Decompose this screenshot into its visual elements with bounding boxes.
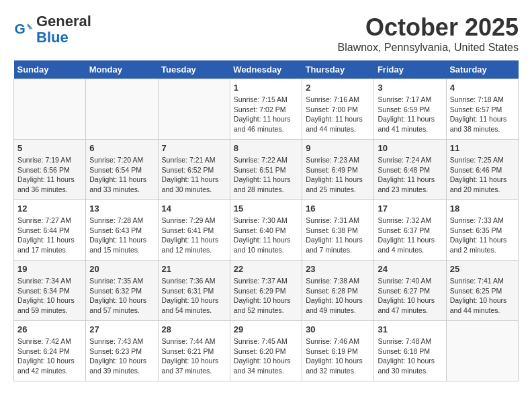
- calendar-cell: 2Sunrise: 7:16 AM Sunset: 7:00 PM Daylig…: [302, 79, 374, 140]
- day-info: Sunrise: 7:23 AM Sunset: 6:49 PM Dayligh…: [306, 155, 370, 195]
- day-header-tuesday: Tuesday: [158, 60, 230, 79]
- page-header: G General Blue October 2025 Blawnox, Pen…: [13, 13, 519, 54]
- day-number: 18: [450, 203, 515, 214]
- location: Blawnox, Pennsylvania, United States: [338, 42, 519, 54]
- day-number: 23: [306, 264, 370, 274]
- day-info: Sunrise: 7:34 AM Sunset: 6:34 PM Dayligh…: [17, 276, 82, 316]
- day-info: Sunrise: 7:46 AM Sunset: 6:19 PM Dayligh…: [306, 336, 370, 376]
- calendar-cell: 6Sunrise: 7:20 AM Sunset: 6:54 PM Daylig…: [86, 140, 158, 200]
- day-number: 31: [378, 324, 442, 334]
- day-number: 9: [306, 143, 370, 153]
- calendar-table: SundayMondayTuesdayWednesdayThursdayFrid…: [13, 60, 519, 381]
- day-number: 7: [162, 143, 226, 153]
- day-number: 28: [162, 324, 226, 334]
- day-info: Sunrise: 7:25 AM Sunset: 6:46 PM Dayligh…: [450, 155, 515, 195]
- day-number: 11: [450, 143, 515, 153]
- calendar-cell: 11Sunrise: 7:25 AM Sunset: 6:46 PM Dayli…: [446, 140, 518, 200]
- title-block: October 2025 Blawnox, Pennsylvania, Unit…: [338, 13, 519, 54]
- day-info: Sunrise: 7:20 AM Sunset: 6:54 PM Dayligh…: [89, 155, 154, 195]
- day-info: Sunrise: 7:19 AM Sunset: 6:56 PM Dayligh…: [17, 155, 82, 195]
- calendar-cell: 24Sunrise: 7:40 AM Sunset: 6:27 PM Dayli…: [374, 261, 446, 321]
- day-number: 3: [378, 83, 442, 93]
- logo: G General Blue: [13, 13, 91, 46]
- calendar-cell: 12Sunrise: 7:27 AM Sunset: 6:44 PM Dayli…: [14, 200, 86, 261]
- day-info: Sunrise: 7:36 AM Sunset: 6:31 PM Dayligh…: [162, 276, 226, 316]
- day-number: 8: [234, 143, 298, 153]
- calendar-cell: 31Sunrise: 7:48 AM Sunset: 6:18 PM Dayli…: [374, 321, 446, 381]
- day-info: Sunrise: 7:42 AM Sunset: 6:24 PM Dayligh…: [17, 336, 82, 376]
- day-info: Sunrise: 7:31 AM Sunset: 6:38 PM Dayligh…: [306, 216, 370, 255]
- day-number: 6: [89, 143, 154, 153]
- week-row-5: 26Sunrise: 7:42 AM Sunset: 6:24 PM Dayli…: [14, 321, 519, 381]
- day-number: 2: [306, 83, 370, 93]
- day-number: 14: [162, 203, 226, 214]
- day-header-wednesday: Wednesday: [230, 60, 302, 79]
- calendar-cell: 3Sunrise: 7:17 AM Sunset: 6:59 PM Daylig…: [374, 79, 446, 140]
- day-info: Sunrise: 7:18 AM Sunset: 6:57 PM Dayligh…: [450, 95, 515, 134]
- calendar-cell: 21Sunrise: 7:36 AM Sunset: 6:31 PM Dayli…: [158, 261, 230, 321]
- calendar-cell: 4Sunrise: 7:18 AM Sunset: 6:57 PM Daylig…: [446, 79, 518, 140]
- calendar-cell: 10Sunrise: 7:24 AM Sunset: 6:48 PM Dayli…: [374, 140, 446, 200]
- day-info: Sunrise: 7:45 AM Sunset: 6:20 PM Dayligh…: [234, 336, 298, 376]
- day-number: 1: [234, 83, 298, 93]
- calendar-cell: 28Sunrise: 7:44 AM Sunset: 6:21 PM Dayli…: [158, 321, 230, 381]
- day-info: Sunrise: 7:22 AM Sunset: 6:51 PM Dayligh…: [234, 155, 298, 195]
- logo-text: General Blue: [36, 13, 91, 46]
- day-header-monday: Monday: [86, 60, 158, 79]
- calendar-cell: 29Sunrise: 7:45 AM Sunset: 6:20 PM Dayli…: [230, 321, 302, 381]
- day-info: Sunrise: 7:32 AM Sunset: 6:37 PM Dayligh…: [378, 216, 442, 255]
- day-number: 15: [234, 203, 298, 214]
- month-title: October 2025: [338, 13, 519, 42]
- day-info: Sunrise: 7:48 AM Sunset: 6:18 PM Dayligh…: [378, 336, 442, 376]
- day-number: 16: [306, 203, 370, 214]
- calendar-cell: 18Sunrise: 7:33 AM Sunset: 6:35 PM Dayli…: [446, 200, 518, 261]
- calendar-cell: 15Sunrise: 7:30 AM Sunset: 6:40 PM Dayli…: [230, 200, 302, 261]
- calendar-cell: 23Sunrise: 7:38 AM Sunset: 6:28 PM Dayli…: [302, 261, 374, 321]
- day-number: 17: [378, 203, 442, 214]
- day-number: 24: [378, 264, 442, 274]
- calendar-cell: 7Sunrise: 7:21 AM Sunset: 6:52 PM Daylig…: [158, 140, 230, 200]
- day-info: Sunrise: 7:15 AM Sunset: 7:02 PM Dayligh…: [234, 95, 298, 134]
- week-row-2: 5Sunrise: 7:19 AM Sunset: 6:56 PM Daylig…: [14, 140, 519, 200]
- calendar-cell: 14Sunrise: 7:29 AM Sunset: 6:41 PM Dayli…: [158, 200, 230, 261]
- calendar-cell: 20Sunrise: 7:35 AM Sunset: 6:32 PM Dayli…: [86, 261, 158, 321]
- day-number: 30: [306, 324, 370, 334]
- day-number: 5: [17, 143, 82, 153]
- week-row-3: 12Sunrise: 7:27 AM Sunset: 6:44 PM Dayli…: [14, 200, 519, 261]
- day-number: 20: [89, 264, 154, 274]
- day-info: Sunrise: 7:41 AM Sunset: 6:25 PM Dayligh…: [450, 276, 515, 316]
- calendar-cell: 27Sunrise: 7:43 AM Sunset: 6:23 PM Dayli…: [86, 321, 158, 381]
- calendar-cell: [446, 321, 518, 381]
- day-info: Sunrise: 7:38 AM Sunset: 6:28 PM Dayligh…: [306, 276, 370, 316]
- day-header-thursday: Thursday: [302, 60, 374, 79]
- logo-icon: G: [13, 19, 34, 40]
- day-number: 26: [17, 324, 82, 334]
- day-info: Sunrise: 7:24 AM Sunset: 6:48 PM Dayligh…: [378, 155, 442, 195]
- calendar-cell: [86, 79, 158, 140]
- calendar-cell: 16Sunrise: 7:31 AM Sunset: 6:38 PM Dayli…: [302, 200, 374, 261]
- day-number: 19: [17, 264, 82, 274]
- week-row-4: 19Sunrise: 7:34 AM Sunset: 6:34 PM Dayli…: [14, 261, 519, 321]
- day-number: 21: [162, 264, 226, 274]
- calendar-cell: 5Sunrise: 7:19 AM Sunset: 6:56 PM Daylig…: [14, 140, 86, 200]
- day-info: Sunrise: 7:29 AM Sunset: 6:41 PM Dayligh…: [162, 216, 226, 255]
- calendar-cell: 26Sunrise: 7:42 AM Sunset: 6:24 PM Dayli…: [14, 321, 86, 381]
- day-number: 12: [17, 203, 82, 214]
- day-info: Sunrise: 7:40 AM Sunset: 6:27 PM Dayligh…: [378, 276, 442, 316]
- day-number: 22: [234, 264, 298, 274]
- calendar-cell: 8Sunrise: 7:22 AM Sunset: 6:51 PM Daylig…: [230, 140, 302, 200]
- day-number: 25: [450, 264, 515, 274]
- day-info: Sunrise: 7:17 AM Sunset: 6:59 PM Dayligh…: [378, 95, 442, 134]
- day-header-sunday: Sunday: [14, 60, 86, 79]
- calendar-cell: 13Sunrise: 7:28 AM Sunset: 6:43 PM Dayli…: [86, 200, 158, 261]
- calendar-cell: 30Sunrise: 7:46 AM Sunset: 6:19 PM Dayli…: [302, 321, 374, 381]
- day-info: Sunrise: 7:28 AM Sunset: 6:43 PM Dayligh…: [89, 216, 154, 255]
- day-info: Sunrise: 7:30 AM Sunset: 6:40 PM Dayligh…: [234, 216, 298, 255]
- week-row-1: 1Sunrise: 7:15 AM Sunset: 7:02 PM Daylig…: [14, 79, 519, 140]
- svg-text:G: G: [15, 21, 26, 36]
- days-header-row: SundayMondayTuesdayWednesdayThursdayFrid…: [14, 60, 519, 79]
- calendar-cell: 19Sunrise: 7:34 AM Sunset: 6:34 PM Dayli…: [14, 261, 86, 321]
- calendar-cell: 22Sunrise: 7:37 AM Sunset: 6:29 PM Dayli…: [230, 261, 302, 321]
- day-header-friday: Friday: [374, 60, 446, 79]
- day-number: 4: [450, 83, 515, 93]
